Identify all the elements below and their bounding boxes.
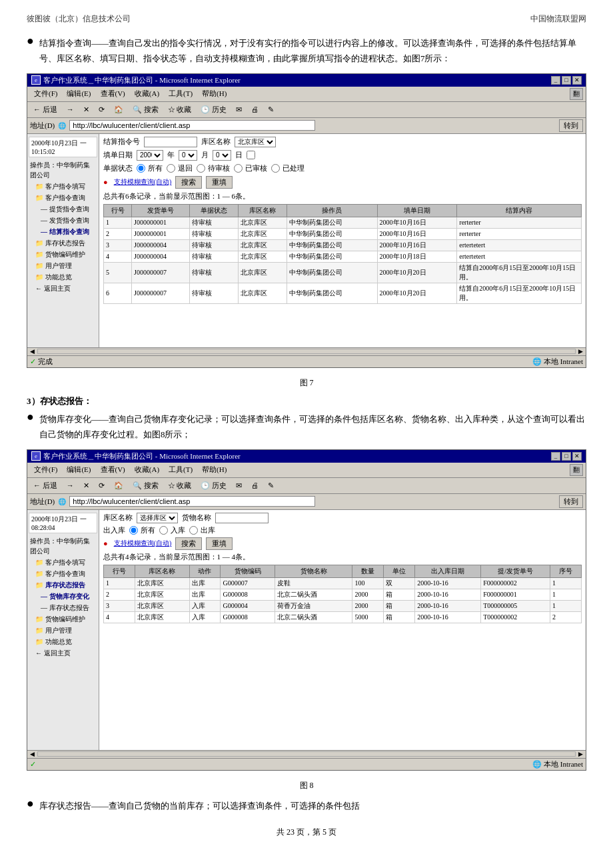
ruku-all-radio[interactable]: 所有: [129, 525, 155, 535]
status-pending-radio[interactable]: 待审核: [197, 163, 230, 173]
history-btn-1[interactable]: 🕒 历史: [197, 103, 230, 116]
sidebar1-item-pickup[interactable]: — 提货指令查询: [29, 203, 97, 215]
menu-favorites-2[interactable]: 收藏(A): [131, 464, 163, 476]
table-cell: 1: [550, 600, 582, 611]
search-btn-1[interactable]: 🔍 搜索: [129, 103, 162, 116]
print-btn-2[interactable]: 🖨: [248, 480, 262, 491]
sidebar1-item-delivery[interactable]: — 发货指令查询: [29, 215, 97, 226]
menu-view-1[interactable]: 查看(V): [97, 88, 129, 100]
forward-btn-1[interactable]: →: [63, 104, 77, 115]
sidebar1-item-inventory[interactable]: 📁 库存状态报告: [29, 237, 97, 249]
menu-view-2[interactable]: 查看(V): [97, 464, 129, 476]
table-cell: J000000007: [132, 262, 190, 283]
fuzzy-link-2[interactable]: 支持模糊查询(自动): [114, 539, 172, 548]
month-select-1[interactable]: 01: [179, 150, 197, 161]
sidebar2-item-instruct[interactable]: 📁 客户指令填写: [29, 557, 97, 568]
sidebar1-item-users[interactable]: 📁 用户管理: [29, 260, 97, 271]
refresh-btn-1[interactable]: ⟳: [95, 104, 108, 115]
mail-btn-1[interactable]: ✉: [233, 104, 245, 115]
browser2-scrollbar[interactable]: ◀ ▶: [27, 750, 586, 758]
stop-btn-1[interactable]: ✕: [80, 104, 93, 115]
huowu-input-2[interactable]: [215, 513, 269, 523]
section3-text: 库存状态报告——查询自己货物的当前库存；可以选择查询条件，可选择的条件包括: [39, 798, 586, 813]
sidebar1-datetime: 2000年10月23日 一 10:15:02: [29, 137, 97, 157]
status-refund-radio[interactable]: 退回: [167, 163, 193, 173]
sidebar2-item-query[interactable]: 📁 客户指令查询: [29, 568, 97, 579]
stop-btn-2[interactable]: ✕: [80, 480, 93, 491]
menu-edit-2[interactable]: 编辑(E): [63, 464, 95, 476]
status-processed-radio[interactable]: 已处理: [271, 163, 305, 173]
day-checkbox-1[interactable]: [247, 151, 255, 159]
history-btn-2[interactable]: 🕒 历史: [197, 479, 230, 492]
status-all-radio[interactable]: 所有: [137, 163, 163, 173]
menu-favorites-1[interactable]: 收藏(A): [131, 88, 163, 100]
scroll-left-2[interactable]: ◀: [27, 751, 37, 757]
reset-btn-form-2[interactable]: 重填: [206, 537, 233, 550]
menu-file-1[interactable]: 文件(F): [30, 88, 61, 100]
home-btn-1[interactable]: 🏠: [111, 104, 127, 115]
menu-tools-1[interactable]: 工具(T): [165, 88, 197, 100]
table-cell: 北京库区: [239, 251, 287, 262]
back-btn-2[interactable]: ← 后退: [30, 479, 61, 492]
print-btn-1[interactable]: 🖨: [248, 104, 262, 115]
day-select-1[interactable]: 01: [213, 150, 231, 161]
sidebar2-item-home[interactable]: ← 返回主页: [29, 647, 97, 659]
search-btn-form-2[interactable]: 搜索: [175, 537, 202, 550]
go-button-1[interactable]: 转到: [559, 119, 583, 132]
sidebar1-item-home[interactable]: ← 返回主页: [29, 283, 97, 294]
menu-help-2[interactable]: 帮助(H): [198, 464, 231, 476]
refresh-btn-2[interactable]: ⟳: [95, 480, 108, 491]
edit-btn-2[interactable]: ✎: [265, 480, 277, 491]
mail-btn-2[interactable]: ✉: [233, 480, 245, 491]
sidebar2-item-report[interactable]: — 库存状态报告: [29, 602, 97, 613]
home-btn-2[interactable]: 🏠: [111, 480, 127, 491]
sidebar1-item-settle[interactable]: — 结算指令查询: [29, 226, 97, 237]
sidebar2-item-users[interactable]: 📁 用户管理: [29, 625, 97, 636]
sidebar2-item-overview[interactable]: 📁 功能总览: [29, 636, 97, 647]
sidebar1-item-codes[interactable]: 📁 货物编码维护: [29, 249, 97, 260]
menu-file-2[interactable]: 文件(F): [30, 464, 61, 476]
sidebar2-item-codes[interactable]: 📁 货物编码维护: [29, 613, 97, 625]
favorites-btn-2[interactable]: ☆ 收藏: [165, 479, 195, 492]
table-cell: 北京库区: [239, 262, 287, 283]
menu-edit-1[interactable]: 编辑(E): [63, 88, 95, 100]
back-btn-1[interactable]: ← 后退: [30, 103, 61, 116]
edit-btn-1[interactable]: ✎: [265, 104, 277, 115]
reset-btn-form-1[interactable]: 重填: [206, 176, 233, 189]
sidebar1-item-instructions[interactable]: 📁 客户指令填写: [29, 181, 97, 192]
table-row: 3北京库区入库G000004荷香万金油2000箱2000-10-16T00000…: [104, 600, 582, 611]
ruku-in-radio[interactable]: 入库: [159, 525, 185, 535]
table-row: 5J000000007待审核北京库区中华制药集团公司2000年10月20日结算自…: [104, 262, 582, 283]
search-btn-form-1[interactable]: 搜索: [175, 176, 202, 189]
restore-btn-2[interactable]: □: [562, 452, 571, 461]
minimize-btn-1[interactable]: _: [551, 76, 560, 85]
year-select-1[interactable]: 2000: [137, 150, 163, 161]
close-btn-2[interactable]: ✕: [572, 452, 582, 461]
favorites-btn-1[interactable]: ☆ 收藏: [165, 103, 195, 116]
forward-btn-2[interactable]: →: [63, 480, 77, 491]
kuqu-select-2[interactable]: 选择库区: [137, 513, 178, 523]
sidebar2-item-inventory[interactable]: 📁 库存状态报告: [29, 579, 97, 591]
sidebar1-item-query[interactable]: 📁 客户指令查询: [29, 192, 97, 203]
ruku-out-radio[interactable]: 出库: [189, 525, 215, 535]
minimize-btn-2[interactable]: _: [551, 452, 560, 461]
fuzzy-link-1[interactable]: 支持模糊查询(自动): [114, 177, 172, 187]
address-input-2[interactable]: [69, 496, 314, 507]
sidebar2-item-changes[interactable]: — 货物库存变化: [29, 591, 97, 602]
scroll-right-1[interactable]: ▶: [576, 348, 586, 355]
sidebar1-item-overview[interactable]: 📁 功能总览: [29, 271, 97, 283]
menu-tools-2[interactable]: 工具(T): [165, 464, 197, 476]
go-button-2[interactable]: 转到: [559, 495, 583, 508]
restore-btn-1[interactable]: □: [562, 76, 571, 85]
kuqu-select-1[interactable]: 北京库区: [235, 137, 276, 147]
scroll-right-2[interactable]: ▶: [576, 751, 586, 757]
menu-help-1[interactable]: 帮助(H): [198, 88, 231, 100]
scroll-left-1[interactable]: ◀: [27, 348, 37, 355]
browser1-scrollbar[interactable]: ◀ ▶: [27, 347, 586, 355]
status-audited-radio[interactable]: 已审核: [234, 163, 267, 173]
address-input-1[interactable]: [69, 120, 314, 131]
jiesuan-input[interactable]: [144, 137, 197, 147]
close-btn-1[interactable]: ✕: [572, 76, 582, 85]
search-btn-2[interactable]: 🔍 搜索: [129, 479, 162, 492]
bullet-dot-2: ●: [27, 410, 34, 424]
